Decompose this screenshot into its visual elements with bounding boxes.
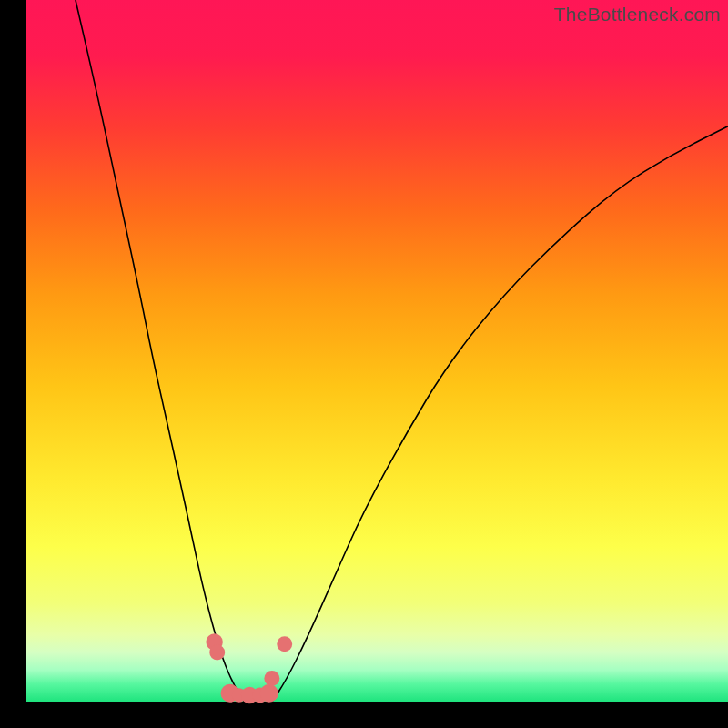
curve-marker xyxy=(209,645,225,661)
left-curve xyxy=(76,0,244,702)
right-curve xyxy=(272,126,728,702)
chart-frame: TheBottleneck.com xyxy=(26,0,728,702)
chart-curves xyxy=(26,0,728,702)
watermark-text: TheBottleneck.com xyxy=(554,4,721,25)
curve-marker xyxy=(260,684,278,703)
curve-markers xyxy=(206,633,292,703)
curve-marker xyxy=(264,671,279,686)
curve-marker xyxy=(277,636,292,652)
